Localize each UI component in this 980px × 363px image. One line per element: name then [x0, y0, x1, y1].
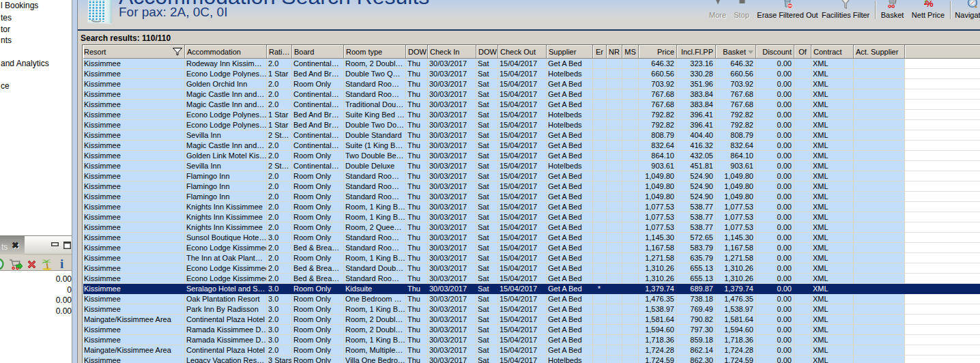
svg-text:%: % [925, 0, 934, 9]
